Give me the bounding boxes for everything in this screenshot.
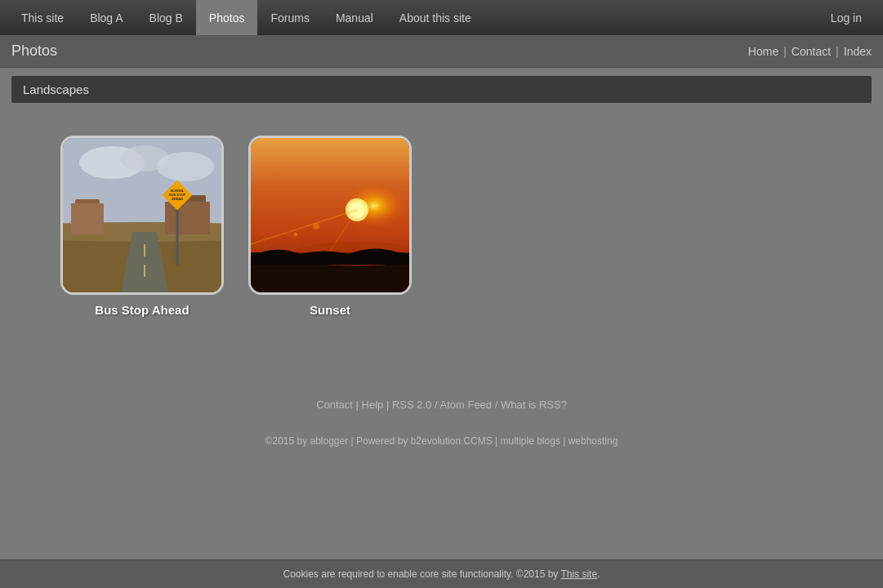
- cookie-site-link[interactable]: This site: [560, 568, 597, 580]
- footer-sep-2: |: [386, 399, 392, 411]
- photo-label-sunset: Sunset: [310, 303, 350, 317]
- nav-blog-a[interactable]: Blog A: [77, 0, 136, 35]
- nav-forums[interactable]: Forums: [257, 0, 322, 35]
- footer-rss-link[interactable]: RSS 2.0: [392, 399, 431, 411]
- svg-point-26: [313, 223, 319, 229]
- photo-thumb-sunset: [248, 136, 412, 295]
- sub-header: Photos Home | Contact | Index: [0, 35, 883, 68]
- home-link[interactable]: Home: [748, 45, 778, 58]
- footer-atom-link[interactable]: Atom Feed: [440, 399, 493, 411]
- separator-1: |: [782, 45, 788, 58]
- svg-point-3: [157, 152, 214, 181]
- photo-item-sunset[interactable]: Sunset: [248, 136, 412, 317]
- nav-blog-b[interactable]: Blog B: [136, 0, 196, 35]
- index-link[interactable]: Index: [844, 45, 872, 58]
- footer-sep-1: |: [356, 399, 362, 411]
- breadcrumb-links: Home | Contact | Index: [748, 45, 872, 58]
- footer-what-rss-link[interactable]: What is RSS?: [501, 399, 567, 411]
- nav-this-site[interactable]: This site: [8, 0, 77, 35]
- nav-right: Log in: [818, 0, 875, 35]
- nav-about[interactable]: About this site: [386, 0, 484, 35]
- main-content: Landscapes: [0, 68, 883, 471]
- nav-manual[interactable]: Manual: [323, 0, 386, 35]
- contact-link[interactable]: Contact: [792, 45, 831, 58]
- page-title: Photos: [11, 42, 57, 60]
- photo-label-bus-stop: Bus Stop Ahead: [95, 303, 189, 317]
- login-link[interactable]: Log in: [818, 0, 875, 35]
- top-navigation: This site Blog A Blog B Photos Forums Ma…: [0, 0, 883, 35]
- footer-sep-4: /: [495, 399, 501, 411]
- nav-left: This site Blog A Blog B Photos Forums Ma…: [8, 0, 484, 35]
- photos-grid: SCHOOL BUS STOP AHEAD Bus Stop Ahead: [11, 119, 872, 333]
- photo-thumb-bus-stop: SCHOOL BUS STOP AHEAD: [60, 136, 224, 295]
- svg-text:AHEAD: AHEAD: [172, 197, 183, 201]
- svg-rect-8: [71, 203, 104, 234]
- photo-item-bus-stop[interactable]: SCHOOL BUS STOP AHEAD Bus Stop Ahead: [60, 136, 224, 317]
- cookie-text-end: .: [597, 568, 600, 580]
- footer-help-link[interactable]: Help: [362, 399, 384, 411]
- section-header: Landscapes: [11, 76, 872, 103]
- svg-rect-10: [165, 202, 210, 234]
- cookie-bar: Cookies are required to enable core site…: [0, 559, 883, 588]
- svg-point-27: [294, 233, 298, 237]
- footer: Contact | Help | RSS 2.0 / Atom Feed / W…: [11, 399, 872, 447]
- footer-copyright: ©2015 by ablogger | Powered by b2evoluti…: [11, 435, 872, 447]
- footer-contact-link[interactable]: Contact: [316, 399, 353, 411]
- nav-photos[interactable]: Photos: [196, 0, 258, 35]
- cookie-text: Cookies are required to enable core site…: [283, 568, 561, 580]
- separator-2: |: [834, 45, 841, 58]
- footer-links: Contact | Help | RSS 2.0 / Atom Feed / W…: [11, 399, 872, 411]
